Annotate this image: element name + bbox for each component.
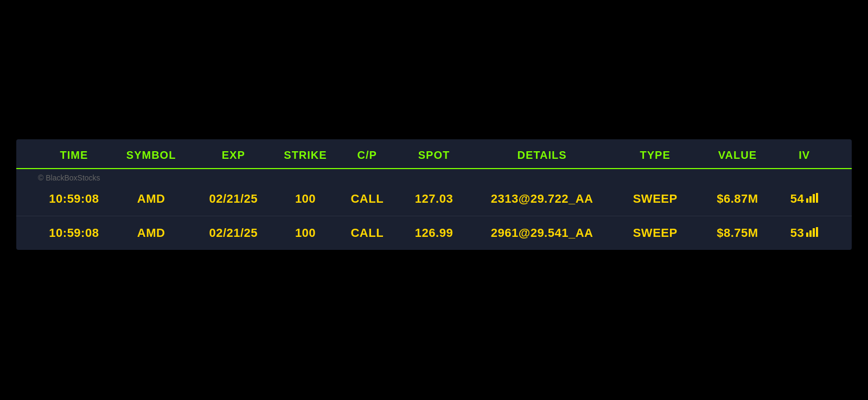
row1-cp: CALL bbox=[336, 192, 398, 206]
row2-type: SWEEP bbox=[614, 226, 697, 240]
header-cp: C/P bbox=[336, 149, 398, 162]
header-iv: IV bbox=[778, 149, 830, 162]
row2-symbol: AMD bbox=[110, 226, 193, 240]
table-header: TIME SYMBOL EXP STRIKE C/P SPOT DETAILS … bbox=[16, 139, 852, 169]
row1-exp: 02/21/25 bbox=[192, 192, 275, 206]
row2-cp: CALL bbox=[336, 226, 398, 240]
table-row: 10:59:08 AMD 02/21/25 100 CALL 126.99 29… bbox=[16, 216, 852, 250]
svg-rect-7 bbox=[816, 227, 818, 237]
header-spot: SPOT bbox=[398, 149, 470, 162]
svg-rect-5 bbox=[809, 230, 812, 237]
header-time: TIME bbox=[38, 149, 110, 162]
row2-value: $8.75M bbox=[697, 226, 779, 240]
row2-exp: 02/21/25 bbox=[192, 226, 275, 240]
svg-rect-2 bbox=[813, 194, 815, 203]
svg-rect-0 bbox=[806, 198, 808, 203]
header-symbol: SYMBOL bbox=[110, 149, 193, 162]
chart-icon[interactable] bbox=[806, 193, 818, 203]
header-exp: EXP bbox=[192, 149, 275, 162]
options-flow-table: TIME SYMBOL EXP STRIKE C/P SPOT DETAILS … bbox=[16, 139, 852, 250]
row1-type: SWEEP bbox=[614, 192, 697, 206]
svg-rect-3 bbox=[816, 193, 818, 203]
row1-iv: 54 bbox=[778, 192, 830, 206]
row2-time: 10:59:08 bbox=[38, 226, 110, 240]
svg-rect-1 bbox=[809, 196, 812, 203]
row2-iv: 53 bbox=[778, 226, 830, 240]
row1-symbol: AMD bbox=[110, 192, 193, 206]
row1-spot: 127.03 bbox=[398, 192, 470, 206]
svg-rect-4 bbox=[806, 233, 808, 237]
header-type: TYPE bbox=[614, 149, 697, 162]
row2-spot: 126.99 bbox=[398, 226, 470, 240]
row1-strike: 100 bbox=[275, 192, 336, 206]
chart-icon[interactable] bbox=[806, 227, 818, 237]
header-strike: STRIKE bbox=[275, 149, 336, 162]
row1-time: 10:59:08 bbox=[38, 192, 110, 206]
header-value: VALUE bbox=[697, 149, 779, 162]
row1-details: 2313@29.722_AA bbox=[470, 192, 614, 206]
row1-value: $6.87M bbox=[697, 192, 779, 206]
row2-strike: 100 bbox=[275, 226, 336, 240]
svg-rect-6 bbox=[813, 228, 815, 237]
row2-details: 2961@29.541_AA bbox=[470, 226, 614, 240]
header-details: DETAILS bbox=[470, 149, 614, 162]
table-row: 10:59:08 AMD 02/21/25 100 CALL 127.03 23… bbox=[16, 182, 852, 216]
watermark-text: © BlackBoxStocks bbox=[16, 169, 852, 182]
